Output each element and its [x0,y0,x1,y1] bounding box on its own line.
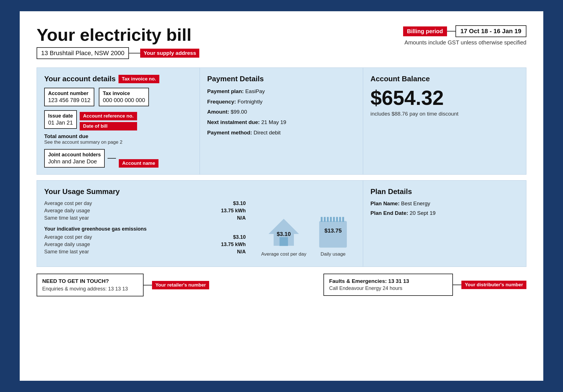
tax-invoice-box: Tax invoice 000 000 000 000 [99,88,149,106]
account-number-label: Account number [48,91,90,96]
visual-usage-item: $13.75 Daily usage [318,215,348,257]
footer-contact-box: NEED TO GET IN TOUCH? Enquiries & moving… [37,274,144,296]
account-details-title: Your account details [44,75,116,83]
total-amount-section: Total amount due See the account summary… [44,133,192,145]
gst-note: Amounts include GST unless otherwise spe… [403,39,526,46]
greenhouse-table: Average cost per day $3.10 Average daily… [44,234,246,255]
svg-rect-5 [324,217,326,222]
tax-invoice-value: 000 000 000 000 [103,97,145,103]
supply-address-text: 13 Brushtail Place, NSW 2000 [41,49,124,57]
contact-wrap: NEED TO GET IN TOUCH? Enquiries & moving… [37,274,209,296]
total-amount-label: Total amount due [44,133,192,139]
gh-row-0-label: Average cost per day [44,234,92,240]
svg-rect-6 [327,217,329,222]
contact-detail: Enquiries & moving address: 13 13 13 [42,286,138,292]
payment-plan-label: Payment plan: [207,88,244,94]
billing-period-value: 17 Oct 18 - 16 Jan 19 [455,25,526,37]
balance-amount: $654.32 [370,88,519,108]
usage-row-1-value: 13.75 kWh [221,208,246,214]
amount-label: Amount: [207,109,229,115]
supply-address-label: Your supply address [140,49,200,58]
usage-row-2: Same time last year N/A [44,215,246,221]
billing-period-row: Billing period 17 Oct 18 - 16 Jan 19 [403,25,526,37]
page-title: Your electricity bill [37,25,199,44]
joint-account-label: Joint account holders [48,152,101,158]
faults-detail: Call Endeavour Energy 24 hours [329,285,447,291]
next-instalment-value: 21 May 19 [261,119,286,125]
frequency-row: Frequency: Fortnightly [207,98,356,106]
plan-name-row: Plan Name: Best Energy [370,200,519,207]
faults-wrap: Faults & Emergencies: 13 31 13 Call Ende… [323,274,526,296]
payment-method-value: Direct debit [254,130,281,136]
usage-summary-title: Your Usage Summary [44,187,246,196]
account-name-tag: Account name [119,159,158,168]
retailer-label: Your retailer's number [152,281,209,289]
supply-address-box: 13 Brushtail Place, NSW 2000 [37,47,129,59]
header-left: Your electricity bill 13 Brushtail Place… [37,25,199,59]
gh-row-1-value: 13.75 kWh [221,242,246,247]
faults-box: Faults & Emergencies: 13 31 13 Call Ende… [323,274,453,296]
gh-row-1: Average daily usage 13.75 kWh [44,242,246,247]
account-reference-tag: Account reference no. [80,112,137,120]
usage-left: Your Usage Summary Average cost per day … [44,187,246,260]
account-balance-title: Account Balance [370,75,519,83]
svg-rect-11 [342,217,344,222]
issue-date-row: Issue date 01 Jan 21 Account reference n… [44,110,192,130]
distributor-label: Your distributer's number [461,281,526,289]
plan-name-label: Plan Name: [370,200,399,206]
amount-row: Amount: $99.00 [207,108,356,116]
usage-row-1: Average daily usage 13.75 kWh [44,208,246,214]
gh-row-0-value: $3.10 [233,234,246,240]
amount-value: $99.00 [231,109,247,115]
account-details-header-row: Your account details Tax invoice no. [44,75,192,83]
billing-period-label: Billing period [403,26,447,36]
house-amount: $3.10 [277,231,291,238]
usage-row-0: Average cost per day $3.10 [44,200,246,206]
payment-plan-value: EasiPay [245,88,265,94]
usage-visuals: $3.10 Average cost per day [254,187,356,260]
gh-row-0: Average cost per day $3.10 [44,234,246,240]
contact-title: NEED TO GET IN TOUCH? [42,278,138,284]
address-row: 13 Brushtail Place, NSW 2000 Your supply… [37,47,199,59]
header-right: Billing period 17 Oct 18 - 16 Jan 19 Amo… [403,25,526,46]
frequency-value: Fortnightly [238,99,263,105]
svg-rect-3 [319,221,347,248]
plan-end-row: Plan End Date: 20 Sept 19 [370,210,519,216]
meter-amount: $13.75 [325,227,342,234]
account-number-value: 123 456 789 012 [48,97,90,103]
meter-icon-wrap: $13.75 [318,215,348,249]
usage-summary-card: Your Usage Summary Average cost per day … [37,180,363,267]
svg-rect-1 [280,237,288,246]
date-of-bill-tag: Date of bill [80,122,137,130]
joint-account-box: Joint account holders John and Jane Doe [44,149,105,168]
cost-label: Average cost per day [261,251,306,257]
gh-row-2: Same time last year N/A [44,249,246,255]
account-fields-row: Account number 123 456 789 012 Tax invoi… [44,88,192,106]
tax-invoice-no-tag: Tax invoice no. [119,75,160,83]
account-details-card: Your account details Tax invoice no. Acc… [37,67,200,175]
visual-pair: $3.10 Average cost per day [261,215,348,257]
greenhouse-title: Your indicative greenhouse gas emissions [44,226,246,232]
gh-row-2-value: N/A [237,249,246,255]
visual-cost-item: $3.10 Average cost per day [261,215,306,257]
usage-row-2-value: N/A [237,215,246,221]
footer: NEED TO GET IN TOUCH? Enquiries & moving… [37,274,526,296]
svg-rect-7 [330,217,332,222]
usage-row-0-label: Average cost per day [44,200,92,206]
svg-rect-4 [321,217,323,222]
bottom-grid: Your Usage Summary Average cost per day … [37,180,526,267]
payment-method-row: Payment method: Direct debit [207,129,356,137]
gh-row-2-label: Same time last year [44,249,89,255]
next-instalment-row: Next instalment due: 21 May 19 [207,119,356,126]
tax-invoice-label: Tax invoice [103,91,145,96]
next-instalment-label: Next instalment due: [207,119,260,125]
issue-date-label: Issue date [48,113,73,119]
svg-rect-9 [336,217,338,222]
usage-row-0-value: $3.10 [233,200,246,206]
usage-label: Daily usage [321,251,346,257]
gh-row-1-label: Average daily usage [44,242,90,247]
bill-container: Your electricity bill 13 Brushtail Place… [20,11,543,381]
issue-date-box: Issue date 01 Jan 21 [44,110,77,129]
faults-title: Faults & Emergencies: 13 31 13 [329,278,447,284]
contact-line [144,285,152,285]
